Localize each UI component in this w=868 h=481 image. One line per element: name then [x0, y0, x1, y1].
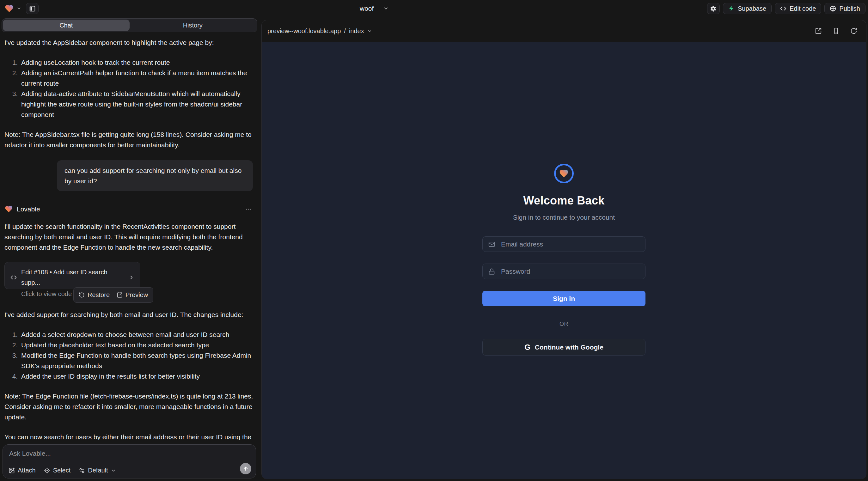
edit-card-title: Edit #108 • Add user ID search supp...	[21, 267, 124, 288]
restore-button[interactable]: Restore	[79, 290, 110, 300]
attach-button[interactable]: Attach	[8, 467, 36, 474]
supabase-button[interactable]: Supabase	[723, 3, 772, 14]
select-element-button[interactable]: Select	[44, 467, 71, 474]
tab-chat[interactable]: Chat	[3, 20, 130, 31]
code-icon	[780, 5, 786, 12]
topbar-actions: Supabase Edit code Publish	[707, 3, 865, 14]
preview-iframe-content: Welcome Back Sign in to continue to your…	[262, 42, 866, 479]
preview-label: Preview	[125, 290, 148, 300]
chevron-down-icon	[111, 468, 116, 473]
chat-history-tabs: Chat History	[2, 18, 257, 32]
google-button-label: Continue with Google	[535, 344, 603, 351]
globe-icon	[830, 5, 836, 12]
edit-card-title-row: Edit #108 • Add user ID search supp...	[10, 267, 134, 288]
assistant-message-body: I've added support for searching by both…	[4, 310, 254, 320]
sign-in-button[interactable]: Sign in	[483, 291, 646, 306]
password-field-wrap	[483, 263, 646, 279]
email-field[interactable]	[483, 236, 646, 252]
preview-panel: preview--woof.lovable.app / index	[261, 20, 866, 479]
chevron-down-icon	[367, 29, 372, 33]
publish-label: Publish	[839, 5, 860, 12]
app-heart-logo-icon	[559, 168, 569, 179]
or-divider: OR	[483, 321, 646, 327]
gear-icon	[710, 5, 717, 12]
assistant-name: Lovable	[17, 204, 40, 214]
continue-with-google-button[interactable]: G Continue with Google	[483, 339, 646, 356]
external-link-icon	[117, 292, 123, 298]
arrow-up-icon	[243, 466, 248, 472]
assistant-message-list: Adding useLocation hook to track the cur…	[4, 57, 254, 120]
sliders-icon	[79, 468, 85, 474]
assistant-message-note: Note: The AppSidebar.tsx file is getting…	[4, 129, 254, 150]
list-item: Added the user ID display in the results…	[20, 371, 254, 381]
list-item: Adding useLocation hook to track the cur…	[20, 57, 254, 68]
list-item: Updated the placeholder text based on th…	[20, 340, 254, 350]
settings-button[interactable]	[707, 3, 720, 14]
restore-label: Restore	[88, 290, 110, 300]
preview-button[interactable]: Preview	[117, 290, 148, 300]
chevron-right-icon	[129, 275, 134, 280]
workspace-menu-button[interactable]	[4, 4, 22, 13]
edit-code-button[interactable]: Edit code	[775, 3, 821, 14]
message-menu-button[interactable]	[245, 206, 252, 213]
app-logo-ring	[554, 164, 574, 183]
lovable-heart-avatar-icon	[4, 205, 13, 213]
select-label: Select	[53, 467, 71, 474]
preview-page: index	[349, 28, 364, 35]
supabase-label: Supabase	[738, 5, 766, 12]
mode-label: Default	[88, 467, 108, 474]
lock-icon	[488, 268, 495, 275]
tab-history[interactable]: History	[130, 20, 256, 31]
project-switcher[interactable]: woof	[360, 0, 389, 17]
assistant-message-intro: I'll update the search functionality in …	[4, 221, 254, 253]
attach-label: Attach	[18, 467, 36, 474]
google-g-icon: G	[524, 343, 530, 352]
divider-line	[574, 324, 646, 324]
supabase-bolt-icon	[728, 5, 735, 12]
list-item: Modified the Edge Function to handle bot…	[20, 350, 254, 371]
path-separator: /	[344, 28, 346, 35]
attach-image-icon	[8, 468, 15, 474]
assistant-message-note: Note: The Edge Function file (fetch-fire…	[4, 391, 254, 422]
preview-url-breadcrumb[interactable]: preview--woof.lovable.app / index	[268, 28, 372, 35]
chat-composer: Attach Select Default	[3, 444, 256, 478]
toggle-sidebar-button[interactable]	[26, 3, 38, 14]
email-field-wrap	[483, 236, 646, 252]
edit-code-card[interactable]: Edit #108 • Add user ID search supp... C…	[4, 262, 141, 289]
list-item: Adding data-active attribute to SidebarM…	[20, 89, 254, 120]
send-button[interactable]	[240, 463, 251, 474]
open-in-new-tab-button[interactable]	[815, 28, 822, 34]
assistant-message-list: Added a select dropdown to choose betwee…	[4, 329, 254, 381]
code-icon	[10, 274, 17, 281]
mobile-view-button[interactable]	[833, 28, 840, 34]
preview-header-icons	[815, 28, 857, 34]
refresh-button[interactable]	[850, 28, 857, 34]
password-field[interactable]	[483, 263, 646, 279]
assistant-message-intro: I've updated the AppSidebar component to…	[4, 37, 254, 48]
chevron-down-icon	[17, 6, 22, 11]
select-target-icon	[44, 468, 50, 474]
composer-actions: Attach Select Default	[8, 467, 116, 474]
preview-host: preview--woof.lovable.app	[268, 28, 341, 35]
or-label: OR	[559, 321, 568, 327]
topbar: woof Supabase Edit code	[0, 0, 868, 17]
chat-message-list[interactable]: I've updated the AppSidebar component to…	[0, 35, 258, 440]
restore-icon	[79, 292, 85, 298]
mail-icon	[488, 241, 495, 248]
chat-input[interactable]	[3, 445, 256, 462]
ellipsis-icon	[245, 206, 252, 213]
chat-panel: Chat History I've updated the AppSidebar…	[0, 17, 258, 481]
assistant-header: Lovable	[4, 204, 254, 214]
topbar-left	[4, 0, 38, 17]
login-subtitle: Sign in to continue to your account	[513, 214, 615, 221]
edit-code-label: Edit code	[789, 5, 816, 12]
mode-dropdown[interactable]: Default	[79, 467, 116, 474]
panel-left-icon	[29, 5, 36, 12]
list-item: Adding an isCurrentPath helper function …	[20, 68, 254, 89]
lovable-heart-logo-icon	[4, 4, 14, 13]
publish-button[interactable]: Publish	[825, 3, 865, 14]
login-title: Welcome Back	[523, 194, 604, 207]
project-name: woof	[360, 5, 374, 12]
user-message-bubble: can you add support for searching not on…	[57, 160, 253, 191]
login-form: Sign in OR G Continue with Google	[483, 221, 646, 356]
